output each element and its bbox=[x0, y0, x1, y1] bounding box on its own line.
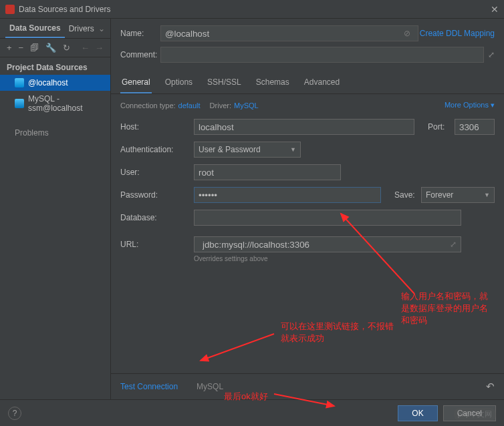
save-select[interactable]: Forever ▼ bbox=[421, 187, 495, 203]
user-label: User: bbox=[120, 168, 194, 177]
tab-general[interactable]: General bbox=[120, 73, 152, 93]
host-label: Host: bbox=[120, 122, 194, 132]
create-ddl-link[interactable]: Create DDL Mapping bbox=[420, 29, 495, 38]
expand-icon[interactable]: ⤢ bbox=[450, 240, 457, 249]
test-connection-link[interactable]: Test Connection bbox=[120, 382, 178, 391]
database-icon bbox=[15, 78, 24, 87]
auth-value: User & Password bbox=[199, 145, 261, 154]
comment-label: Comment: bbox=[120, 50, 160, 59]
reset-icon[interactable]: ↶ bbox=[486, 381, 495, 393]
password-label: Password: bbox=[120, 190, 194, 200]
url-input[interactable] bbox=[199, 236, 450, 252]
conn-type-label: Connection type: bbox=[120, 101, 176, 110]
add-icon[interactable]: + bbox=[7, 43, 12, 53]
save-value: Forever bbox=[426, 190, 453, 200]
database-input[interactable] bbox=[194, 210, 461, 226]
wrench-icon[interactable]: 🔧 bbox=[45, 43, 56, 53]
driver-label: Driver: bbox=[210, 101, 231, 110]
driver-link[interactable]: MySQL bbox=[197, 382, 223, 391]
data-source-label: MySQL - ssm@localhost bbox=[28, 94, 104, 113]
copy-icon[interactable]: 🗐 bbox=[30, 43, 39, 53]
data-source-item[interactable]: @localhost bbox=[0, 75, 110, 91]
tab-drivers[interactable]: Drivers bbox=[65, 20, 98, 37]
driver-value[interactable]: MySQL bbox=[234, 101, 259, 110]
host-input[interactable] bbox=[194, 119, 414, 135]
database-label: Database: bbox=[120, 213, 194, 222]
tab-advanced[interactable]: Advanced bbox=[303, 73, 341, 93]
conn-type-value[interactable]: default bbox=[178, 101, 201, 110]
more-options-link[interactable]: More Options ▾ bbox=[445, 101, 495, 110]
auth-label: Authentication: bbox=[120, 145, 194, 154]
window-title: Data Sources and Drivers bbox=[19, 5, 491, 14]
app-icon bbox=[5, 5, 15, 14]
tab-schemas[interactable]: Schemas bbox=[255, 73, 291, 93]
name-input[interactable] bbox=[160, 25, 418, 41]
help-icon[interactable]: ? bbox=[8, 407, 21, 420]
port-input[interactable] bbox=[455, 119, 495, 135]
chevron-down-icon: ▼ bbox=[484, 192, 490, 198]
refresh-icon[interactable]: ↻ bbox=[63, 43, 70, 53]
chevron-down-icon: ▼ bbox=[290, 146, 296, 153]
url-label: URL: bbox=[120, 240, 194, 249]
save-label: Save: bbox=[394, 190, 421, 200]
url-hint: Overrides settings above bbox=[194, 255, 495, 262]
nav-fwd-icon[interactable]: → bbox=[95, 43, 104, 53]
remove-icon[interactable]: − bbox=[19, 43, 24, 53]
password-input[interactable] bbox=[194, 187, 381, 203]
ok-button[interactable]: OK bbox=[398, 405, 437, 421]
dialog-footer: ? OK Cancel bbox=[0, 399, 504, 426]
cancel-button[interactable]: Cancel bbox=[443, 405, 496, 421]
auth-select[interactable]: User & Password ▼ bbox=[194, 142, 301, 158]
nav-back-icon[interactable]: ← bbox=[81, 43, 90, 53]
tab-options[interactable]: Options bbox=[164, 73, 194, 93]
close-icon[interactable]: ✕ bbox=[491, 4, 499, 15]
port-label: Port: bbox=[428, 122, 455, 132]
data-source-item[interactable]: MySQL - ssm@localhost bbox=[0, 91, 110, 116]
tab-data-sources[interactable]: Data Sources bbox=[5, 19, 65, 38]
section-label: Project Data Sources bbox=[0, 57, 110, 75]
clear-icon[interactable]: ⊘ bbox=[404, 29, 410, 38]
problems-item[interactable]: Problems bbox=[0, 123, 110, 143]
comment-input[interactable] bbox=[160, 47, 484, 63]
tab-ssh-ssl[interactable]: SSH/SSL bbox=[206, 73, 243, 93]
database-icon bbox=[15, 99, 24, 108]
chevron-down-icon[interactable]: ⌄ bbox=[98, 24, 105, 33]
user-input[interactable] bbox=[194, 164, 341, 180]
data-source-label: @localhost bbox=[28, 78, 68, 87]
name-label: Name: bbox=[120, 29, 160, 38]
right-panel: Name: ⊘ Create DDL Mapping Comment: ⤢ Ge… bbox=[111, 19, 504, 399]
left-panel: Data Sources Drivers ⌄ + − 🗐 🔧 ↻ ← → Pro… bbox=[0, 19, 111, 399]
expand-icon[interactable]: ⤢ bbox=[488, 50, 495, 59]
title-bar: Data Sources and Drivers ✕ bbox=[0, 0, 504, 19]
